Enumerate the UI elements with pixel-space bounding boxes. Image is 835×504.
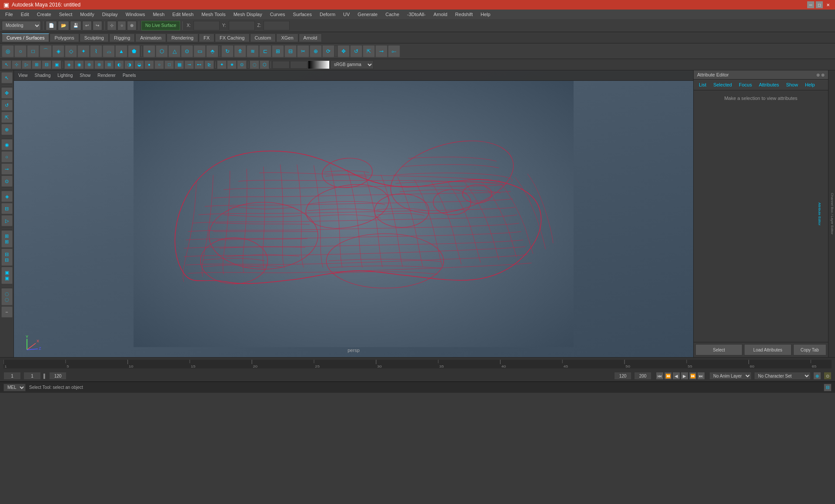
go-to-end-button[interactable]: ⏭	[697, 372, 705, 380]
select-tool-button[interactable]: ⊹	[107, 21, 117, 30]
shelf-planar[interactable]: ⊟	[284, 45, 297, 57]
tab-polygons[interactable]: Polygons	[50, 33, 79, 42]
range-start[interactable]: 120	[614, 372, 631, 380]
shelf-boundary[interactable]: ⊞	[272, 45, 284, 57]
autokey-btn[interactable]: ⊙	[824, 372, 832, 380]
lighting-menu[interactable]: Lighting	[55, 72, 75, 79]
paint-select-button[interactable]: ⊕	[127, 21, 137, 30]
menu-item-modify[interactable]: Modify	[77, 11, 97, 18]
menu-item-mesh[interactable]: Mesh	[149, 11, 168, 18]
vt-shade2[interactable]: ●	[144, 60, 154, 69]
step-forward-button[interactable]: ⏩	[689, 372, 697, 380]
lt-lasso[interactable]: ○	[1, 151, 13, 162]
menu-item-select[interactable]: Select	[56, 11, 76, 18]
panels-menu[interactable]: Panels	[120, 72, 139, 79]
end-frame-display[interactable]: 120	[49, 372, 67, 380]
shelf-snap2[interactable]: ⟜	[388, 45, 400, 57]
shading-menu[interactable]: Shading	[32, 72, 53, 79]
lt-select[interactable]: ↖	[1, 72, 13, 83]
close-button[interactable]: ✕	[825, 1, 832, 8]
menu-item-meshtools[interactable]: Mesh Tools	[198, 11, 229, 18]
lt-grid1[interactable]: ⊞⊞	[1, 230, 13, 248]
shelf-surface2[interactable]: ⬟	[128, 45, 140, 57]
lt-paint[interactable]: ⊸	[1, 163, 13, 175]
language-dropdown[interactable]: MEL	[3, 384, 26, 391]
view-menu[interactable]: View	[16, 72, 30, 79]
vt-snap2[interactable]: ⊷	[194, 60, 204, 69]
y-input[interactable]	[229, 21, 255, 30]
lt-scale[interactable]: ⇱	[1, 112, 13, 123]
lt-minus[interactable]: −	[1, 306, 13, 318]
attr-tab-list[interactable]: List	[697, 81, 708, 88]
attr-tab-selected[interactable]: Selected	[711, 81, 734, 88]
vt-light2[interactable]: ◑	[124, 60, 134, 69]
color-bar-icon[interactable]	[308, 60, 330, 69]
viewport[interactable]: View Shading Lighting Show Renderer Pane…	[14, 70, 693, 357]
vt-snap3[interactable]: ⊵	[204, 60, 214, 69]
lt-render[interactable]: ▷	[1, 215, 13, 226]
shelf-plane[interactable]: ▭	[194, 45, 206, 57]
save-file-button[interactable]: 💾	[70, 21, 81, 30]
vt-wire[interactable]: ○	[154, 60, 164, 69]
shelf-curve-point[interactable]: ◎	[2, 45, 14, 57]
menu-item-windows[interactable]: Windows	[122, 11, 149, 18]
menu-item-generate[interactable]: Generate	[354, 11, 381, 18]
step-back-button[interactable]: ⏪	[664, 372, 672, 380]
vt-snap1[interactable]: ⊸	[184, 60, 194, 69]
menu-item-edit[interactable]: Edit	[17, 11, 33, 18]
vt-extras1[interactable]: ✦	[217, 60, 227, 69]
tab-fx-caching[interactable]: FX Caching	[215, 33, 249, 42]
shelf-arc[interactable]: ⌓	[103, 45, 115, 57]
gamma-value[interactable]: 1.00	[290, 61, 307, 69]
shelf-nurbs1[interactable]: ◈	[52, 45, 64, 57]
shelf-revolve[interactable]: ↻	[221, 45, 234, 57]
renderer-menu[interactable]: Renderer	[95, 72, 118, 79]
vt-rend[interactable]: ▷	[22, 60, 31, 69]
menu-item-deform[interactable]: Deform	[316, 11, 339, 18]
vt-move[interactable]: ⊹	[12, 60, 21, 69]
lt-sculpt[interactable]: ⊙	[1, 176, 13, 187]
current-frame[interactable]: 1	[23, 372, 41, 380]
play-forward-button[interactable]: ▶	[681, 372, 688, 380]
vt-grid[interactable]: ⊞	[32, 60, 41, 69]
shelf-cone[interactable]: △	[168, 45, 180, 57]
range-end[interactable]: 200	[634, 372, 651, 380]
play-back-button[interactable]: ◀	[672, 372, 680, 380]
menu-item-3dtoall[interactable]: -3DtoAll-	[404, 11, 429, 18]
select-button[interactable]: Select	[695, 344, 742, 355]
shelf-surface1[interactable]: ▲	[115, 45, 127, 57]
lt-grid2[interactable]: ⊟⊟	[1, 249, 13, 266]
lt-move[interactable]: ✥	[1, 87, 13, 99]
anim-layer-dropdown[interactable]: No Anim Layer	[709, 372, 752, 380]
menu-item-editmesh[interactable]: Edit Mesh	[169, 11, 197, 18]
load-attributes-button[interactable]: Load Attributes	[744, 344, 791, 355]
shelf-rebuild[interactable]: ⟳	[322, 45, 334, 57]
vt-light1[interactable]: ◐	[114, 60, 124, 69]
tab-animation[interactable]: Animation	[135, 33, 166, 42]
show-menu[interactable]: Show	[77, 72, 93, 79]
tab-rigging[interactable]: Rigging	[109, 33, 135, 42]
attr-tab-attributes[interactable]: Attributes	[757, 81, 781, 88]
vt-cam4[interactable]: ⊗	[94, 60, 104, 69]
char-set-dropdown[interactable]: No Character Set	[754, 372, 811, 380]
vt-select[interactable]: ↖	[2, 60, 11, 69]
vt-extras3[interactable]: ⊙	[237, 60, 247, 69]
lt-snap[interactable]: ◈	[1, 191, 13, 202]
vt-extras2[interactable]: ★	[227, 60, 237, 69]
menu-item-arnold[interactable]: Arnold	[430, 11, 451, 18]
char-set-options[interactable]: ⊕	[813, 372, 821, 380]
vt-xray[interactable]: ◌	[250, 60, 259, 69]
shelf-snap[interactable]: ⊸	[375, 45, 387, 57]
shelf-loft[interactable]: ≋	[247, 45, 259, 57]
menu-item-curves[interactable]: Curves	[267, 11, 289, 18]
shelf-scale[interactable]: ⇱	[363, 45, 375, 57]
lt-measure[interactable]: ⊟	[1, 203, 13, 214]
menu-item-file[interactable]: File	[2, 11, 17, 18]
vt-tex[interactable]: ▦	[174, 60, 184, 69]
vt-shade1[interactable]: ◒	[134, 60, 144, 69]
vt-iso[interactable]: ⬡	[260, 60, 269, 69]
shelf-rotate[interactable]: ↺	[350, 45, 362, 57]
z-input[interactable]	[264, 21, 290, 30]
tab-arnold[interactable]: Arnold	[299, 33, 322, 42]
vt-solid[interactable]: □	[164, 60, 174, 69]
